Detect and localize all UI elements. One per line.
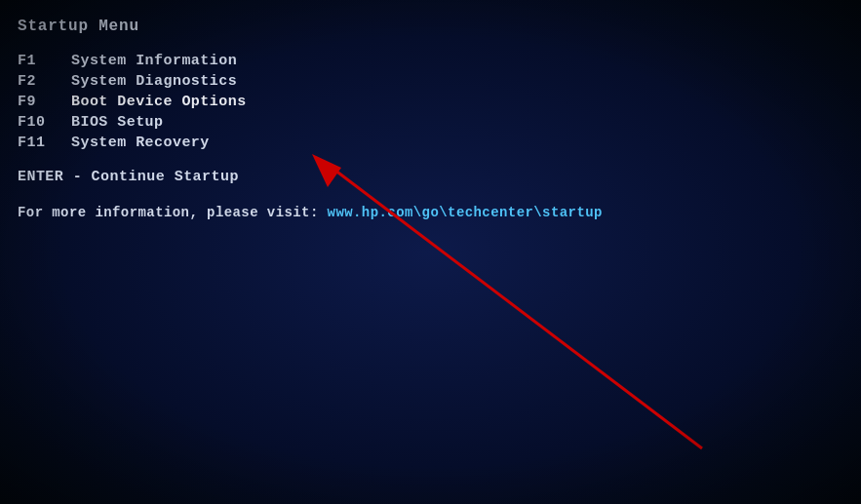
bios-screen: Startup Menu F1 System Information F2 Sy… bbox=[0, 0, 861, 504]
menu-item-f11[interactable]: F11 System Recovery bbox=[18, 135, 603, 151]
enter-line: ENTER - Continue Startup bbox=[18, 169, 603, 185]
desc-f9: Boot Device Options bbox=[71, 94, 247, 110]
info-prefix: For more information, please visit: bbox=[18, 205, 328, 220]
menu-item-f10[interactable]: F10 BIOS Setup bbox=[18, 114, 603, 131]
key-f10: F10 bbox=[18, 114, 71, 131]
key-f2: F2 bbox=[18, 73, 71, 90]
desc-f2: System Diagnostics bbox=[71, 73, 237, 90]
desc-f10: BIOS Setup bbox=[71, 114, 164, 131]
desc-f11: System Recovery bbox=[71, 135, 210, 151]
menu-item-f9[interactable]: F9 Boot Device Options bbox=[18, 94, 603, 110]
info-url: www.hp.com\go\techcenter\startup bbox=[328, 205, 603, 220]
key-f11: F11 bbox=[18, 135, 71, 151]
menu-item-f2[interactable]: F2 System Diagnostics bbox=[18, 73, 603, 90]
desc-f1: System Information bbox=[71, 53, 237, 69]
menu-content: Startup Menu F1 System Information F2 Sy… bbox=[18, 18, 603, 220]
key-f1: F1 bbox=[18, 53, 71, 69]
key-f9: F9 bbox=[18, 94, 71, 110]
menu-items-list: F1 System Information F2 System Diagnost… bbox=[18, 53, 603, 151]
menu-item-f1[interactable]: F1 System Information bbox=[18, 53, 603, 69]
screen-title: Startup Menu bbox=[18, 18, 603, 35]
info-line: For more information, please visit: www.… bbox=[18, 205, 603, 220]
